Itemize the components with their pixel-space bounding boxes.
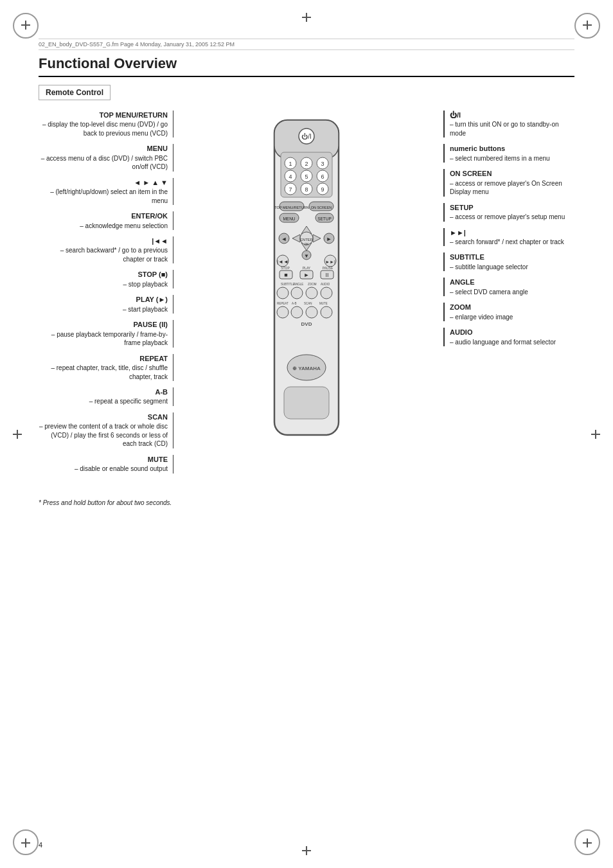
label-numeric: numeric buttons – select numbered items …: [443, 144, 574, 163]
svg-point-67: [306, 306, 317, 318]
svg-text:OK: OK: [304, 242, 309, 246]
label-power: ⏻/I – turn this unit ON or go to standby…: [443, 111, 574, 137]
label-zoom: ZOOM – enlarge video image: [443, 303, 574, 321]
label-ab: A-B – repeat a specific segment: [39, 387, 173, 406]
svg-point-59: [306, 287, 317, 299]
label-mute: MUTE – disable or enable sound output: [39, 455, 173, 474]
svg-text:SCAN: SCAN: [304, 302, 312, 305]
label-menu: MENU – access menu of a disc (DVD) / swi…: [39, 144, 173, 171]
label-on-screen: ON SCREEN – access or remove player's On…: [443, 169, 574, 196]
svg-text:MENU: MENU: [283, 217, 295, 221]
svg-text:1: 1: [289, 161, 292, 167]
svg-text:A-B: A-B: [292, 302, 297, 305]
label-play: PLAY (►) – start playback: [39, 295, 173, 314]
svg-text:8: 8: [305, 186, 308, 193]
svg-text:DVD: DVD: [301, 321, 312, 327]
svg-point-58: [291, 287, 303, 299]
label-next-chapter: ►►| – search forward* / next chapter or …: [443, 228, 574, 247]
svg-text:▼: ▼: [304, 253, 309, 259]
svg-text:9: 9: [321, 186, 324, 193]
svg-point-57: [277, 287, 289, 299]
svg-text:■: ■: [284, 272, 287, 278]
label-angle: ANGLE – select DVD camera angle: [443, 278, 574, 296]
label-enter-ok: ENTER/OK – acknowledge menu selection: [39, 211, 173, 230]
label-setup: SETUP – access or remove player's setup …: [443, 203, 574, 222]
svg-text:REPEAT: REPEAT: [277, 302, 289, 305]
svg-text:4: 4: [289, 173, 292, 180]
svg-text:ZOOM: ZOOM: [308, 283, 317, 286]
svg-text:ANGLE: ANGLE: [294, 283, 303, 286]
svg-text:SETUP: SETUP: [317, 217, 332, 221]
svg-text:6: 6: [321, 173, 324, 180]
left-labels: TOP MENU/RETURN – display the top-level …: [39, 111, 180, 480]
svg-point-65: [277, 306, 289, 318]
svg-text:⏻/I: ⏻/I: [301, 133, 312, 140]
edge-crosshair-top: [302, 13, 311, 22]
label-audio: AUDIO – audio language and format select…: [443, 328, 574, 346]
svg-point-60: [321, 287, 332, 299]
svg-text:SUBTITLE: SUBTITLE: [281, 283, 295, 286]
svg-text:AUDIO: AUDIO: [321, 283, 330, 286]
label-stop: STOP (■) – stop playback: [39, 270, 173, 288]
svg-text:MUTE: MUTE: [319, 302, 328, 305]
footer-note: * Press and hold button for about two se…: [39, 499, 574, 506]
file-info: 02_EN_body_DVD-S557_G.fm Page 4 Monday, …: [39, 39, 574, 50]
svg-text:ON SCREEN: ON SCREEN: [311, 206, 332, 209]
label-prev-chapter: |◄◄ – search backward* / go to a previou…: [39, 236, 173, 263]
page-title: Functional Overview: [39, 55, 574, 77]
label-top-menu: TOP MENU/RETURN – display the top-level …: [39, 111, 173, 137]
label-repeat: REPEAT – repeat chapter, track, title, d…: [39, 354, 173, 381]
svg-text:ENTER: ENTER: [300, 238, 314, 242]
label-pause: PAUSE (II) – pause playback temporarily …: [39, 320, 173, 347]
svg-text:II: II: [325, 272, 328, 278]
svg-text:2: 2: [305, 161, 308, 167]
edge-crosshair-left: [13, 430, 22, 439]
svg-point-68: [321, 306, 332, 318]
main-layout: TOP MENU/RETURN – display the top-level …: [39, 111, 574, 480]
remote-svg: ⏻/I 1 2 3 4 5 6 7: [255, 117, 358, 451]
label-arrows: ◄ ► ▲ ▼ – (left/right/up/down) select an…: [39, 178, 173, 205]
svg-text:►►|: ►►|: [325, 260, 335, 265]
svg-text:5: 5: [305, 173, 308, 180]
edge-crosshair-bottom: [302, 846, 311, 855]
svg-text:3: 3: [321, 161, 324, 167]
svg-text:TOP MENU/RETURN: TOP MENU/RETURN: [274, 206, 308, 209]
svg-text:7: 7: [289, 186, 292, 193]
svg-text:◄: ◄: [281, 236, 287, 242]
svg-text:|◄◄: |◄◄: [277, 259, 289, 265]
section-header: Remote Control: [39, 85, 111, 100]
svg-text:⊕ YAMAHA: ⊕ YAMAHA: [292, 366, 321, 371]
label-scan: SCAN – preview the content of a track or…: [39, 412, 173, 448]
svg-rect-76: [284, 387, 329, 419]
remote-container: ⏻/I 1 2 3 4 5 6 7: [180, 111, 433, 451]
edge-crosshair-right: [591, 430, 600, 439]
svg-text:►: ►: [304, 272, 310, 278]
page-number: 4: [39, 841, 42, 849]
label-subtitle: SUBTITLE – subtitle language selector: [443, 252, 574, 271]
svg-text:►: ►: [326, 236, 332, 242]
right-labels: ⏻/I – turn this unit ON or go to standby…: [433, 111, 574, 353]
svg-text:PLAY: PLAY: [303, 266, 311, 270]
svg-point-66: [291, 306, 303, 318]
